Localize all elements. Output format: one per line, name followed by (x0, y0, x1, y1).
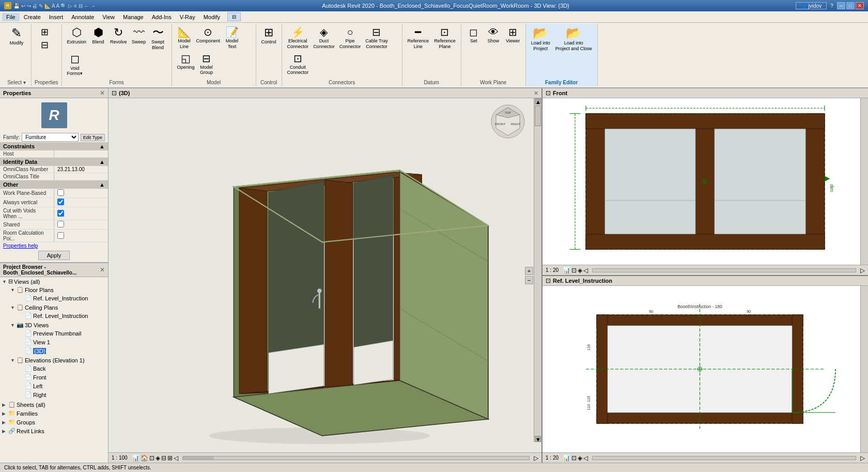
groups-expand[interactable]: ▶ (2, 420, 8, 425)
always-vertical-value[interactable] (54, 198, 109, 207)
other-section[interactable]: Other ▲ (0, 180, 108, 189)
sweep-btn[interactable]: 〰 Sweep (130, 26, 148, 46)
host-input[interactable] (57, 151, 105, 157)
elevations-item[interactable]: ▼ 📋 Elevations (Elevation 1) 📄Back 📄Fron… (8, 356, 108, 400)
window-controls[interactable]: 👤 jvidov ? ─ □ ✕ (796, 2, 864, 9)
families-item[interactable]: ▶ 📁 Families (0, 409, 108, 418)
ref-h-scrollbar[interactable] (592, 456, 856, 460)
menu-insert[interactable]: Insert (45, 13, 68, 21)
right-elev[interactable]: 📄Right (17, 390, 108, 399)
model-line-btn[interactable]: 📐 ModelLine (175, 26, 194, 51)
control-btn[interactable]: ⊞ Control (259, 26, 278, 46)
omniclass-title-value[interactable] (54, 173, 109, 180)
constraints-section[interactable]: Constraints ▲ (0, 142, 108, 150)
footer-icon4[interactable]: ◈ (156, 454, 160, 462)
view1-item[interactable]: 📄View 1 (17, 338, 108, 346)
maximize-btn[interactable]: □ (846, 2, 855, 9)
families-expand[interactable]: ▶ (2, 411, 8, 416)
ceiling-plans-expand[interactable]: ▼ (10, 305, 17, 310)
ref-footer-icon2[interactable]: ⊡ (571, 454, 577, 462)
h-scroll-thumb[interactable] (183, 456, 214, 460)
front-footer-icon2[interactable]: ⊡ (571, 267, 577, 274)
menu-view[interactable]: View (98, 13, 119, 21)
component-btn[interactable]: ⊙ Component (194, 26, 223, 45)
revolve-btn[interactable]: ↻ Revolve (108, 26, 129, 46)
omniclass-number-input[interactable] (57, 166, 105, 172)
room-calc-value[interactable] (54, 230, 109, 242)
prop-btn1[interactable]: ⊞ (39, 26, 54, 38)
front-view-canvas[interactable]: dim (542, 98, 868, 265)
footer-expand[interactable]: ◁ (174, 454, 178, 462)
back-elev[interactable]: 📄Back (17, 364, 108, 373)
view-3d-canvas[interactable]: TOP RIGHT FRONT + − ▲ ▼ (109, 98, 541, 452)
view-3d-close[interactable]: ✕ (534, 90, 538, 97)
floor-plans-expand[interactable]: ▼ (10, 287, 17, 293)
ref-footer-icon3[interactable]: ◈ (578, 454, 582, 462)
3d-scroll-down[interactable]: ▼ (535, 436, 541, 442)
load-into-project-close-btn[interactable]: 📂 Load intoProject and Close (553, 26, 594, 53)
family-select[interactable]: Furniture (22, 133, 78, 142)
properties-help-link[interactable]: Properties help (0, 242, 41, 249)
cut-with-voids-check[interactable] (57, 210, 64, 217)
extrusion-btn[interactable]: ⬡ Extrusion (65, 26, 89, 46)
menu-manage[interactable]: Manage (119, 13, 148, 21)
close-btn[interactable]: ✕ (856, 2, 864, 9)
modify-btn[interactable]: ✎ Modify (5, 26, 28, 47)
cable-tray-connector-btn[interactable]: ⊟ Cable TrayConnector (363, 26, 390, 51)
menu-addins[interactable]: Add-Ins (148, 13, 176, 21)
left-elev[interactable]: 📄Left (17, 382, 108, 390)
work-plane-based-check[interactable] (57, 189, 64, 196)
3d-scroll-up[interactable]: ▲ (535, 98, 541, 104)
ref-view-canvas[interactable]: BooothInstruction - 180 90 90 116 116 11… (542, 286, 868, 452)
front-footer-icon1[interactable]: 📊 (563, 267, 570, 274)
front-h-scrollbar[interactable] (592, 268, 856, 272)
viewer-btn[interactable]: ⊞ Viewer (504, 26, 522, 45)
front-elev[interactable]: 📄Front (17, 373, 108, 382)
conduit-connector-btn[interactable]: ⊡ ConduitConnector (285, 52, 311, 77)
groups-item[interactable]: ▶ 📁 Groups (0, 418, 108, 427)
menu-annotate[interactable]: Annotate (67, 13, 98, 21)
electrical-connector-btn[interactable]: ⚡ ElectricalConnector (285, 26, 311, 51)
footer-icon2[interactable]: 🏠 (141, 454, 148, 462)
void-forms-btn[interactable]: ◻ VoidForms▾ (65, 52, 85, 78)
model-group-btn[interactable]: ⊟ ModelGroup (197, 52, 216, 77)
zoom-out-btn[interactable]: − (525, 276, 533, 284)
sheets-item[interactable]: ▶ 📋 Sheets (all) (0, 400, 108, 409)
floor-plans-item[interactable]: ▼ 📋 Floor Plans 📄Ref. Level_Instruction (8, 285, 108, 303)
sheets-expand[interactable]: ▶ (2, 402, 8, 407)
identity-data-section[interactable]: Identity Data ▲ (0, 158, 108, 166)
properties-close-btn[interactable]: ✕ (100, 89, 105, 97)
front-footer-right[interactable]: ▷ (860, 267, 865, 274)
edit-type-btn[interactable]: Edit Type (81, 134, 105, 141)
views-expand[interactable]: ▼ (2, 279, 8, 284)
front-footer-icon3[interactable]: ◈ (578, 267, 582, 274)
modify-active-btn[interactable]: ⊟ (227, 12, 241, 21)
ref-footer-icon1[interactable]: 📊 (563, 454, 570, 462)
footer-icon3[interactable]: ⊡ (149, 454, 154, 462)
3d-views-item[interactable]: ▼ 📷 3D Views 📄Preview Thumbnail 📄View 1 (8, 321, 108, 356)
front-scrollbar-v[interactable] (860, 98, 868, 265)
3d-scrollbar-v[interactable]: ▲ ▼ (534, 98, 541, 442)
browser-close-btn[interactable]: ✕ (100, 266, 105, 273)
info-icon[interactable]: ? (828, 2, 836, 9)
ref-footer-right[interactable]: ▷ (860, 454, 865, 462)
ref-footer-expand[interactable]: ◁ (583, 454, 588, 462)
zoom-in-btn[interactable]: + (525, 267, 533, 275)
front-footer-expand[interactable]: ◁ (583, 267, 588, 274)
omniclass-number-value[interactable] (54, 166, 109, 173)
opening-btn[interactable]: ◱ Opening (175, 52, 197, 71)
tree-views[interactable]: ▼ ⊟ Views (all) ▼ 📋 Floor Plans (0, 277, 108, 400)
revit-links-expand[interactable]: ▶ (2, 429, 8, 434)
footer-right-expand[interactable]: ▷ (534, 454, 538, 462)
shared-check[interactable] (57, 221, 64, 227)
footer-icon1[interactable]: 📊 (132, 454, 140, 462)
elevations-expand[interactable]: ▼ (10, 358, 17, 363)
set-btn[interactable]: ◻ Set (464, 26, 483, 45)
3d-scroll-thumb[interactable] (535, 105, 541, 126)
cut-with-voids-value[interactable] (54, 207, 109, 220)
omniclass-title-input[interactable] (57, 174, 105, 179)
3d-view-item[interactable]: 📄{3D} (17, 346, 108, 355)
minimize-btn[interactable]: ─ (837, 2, 845, 9)
prop-btn2[interactable]: ⊟ (39, 39, 54, 51)
ref-plane-btn[interactable]: ⊡ ReferencePlane (432, 26, 458, 51)
